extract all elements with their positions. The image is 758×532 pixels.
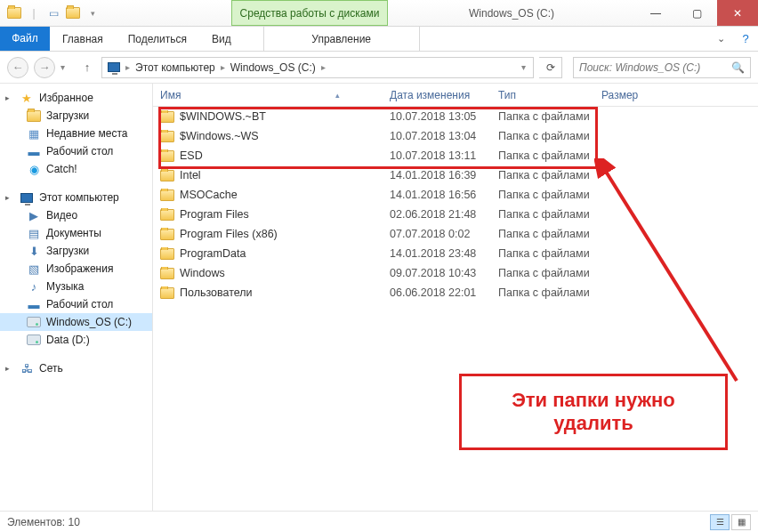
up-button[interactable]: ↑: [78, 59, 96, 77]
table-row[interactable]: Intel14.01.2018 16:39Папка с файлами: [153, 165, 758, 185]
nav-favorites[interactable]: ▸★Избранное: [0, 89, 152, 107]
quick-access-toolbar: | ▭ ▾: [0, 0, 107, 26]
nav-music[interactable]: ♪Музыка: [0, 278, 152, 295]
file-name: Program Files (x86): [180, 228, 278, 240]
file-date: 09.07.2018 10:43: [383, 267, 491, 279]
table-row[interactable]: ProgramData14.01.2018 23:48Папка с файла…: [153, 244, 758, 263]
search-icon[interactable]: 🔍: [731, 61, 745, 74]
new-folder-icon[interactable]: [66, 6, 80, 20]
nav-drive-d[interactable]: Data (D:): [0, 331, 152, 349]
table-row[interactable]: Program Files02.06.2018 21:48Папка с фай…: [153, 205, 758, 224]
nav-drive-c[interactable]: Windows_OS (C:): [0, 313, 152, 331]
file-date: 14.01.2018 23:48: [383, 247, 491, 260]
nav-documents[interactable]: ▤Документы: [0, 224, 152, 242]
folder-icon: [160, 111, 174, 123]
window-title: Windows_OS (C:): [388, 0, 635, 26]
file-name: Windows: [180, 267, 225, 279]
folder-icon: [160, 131, 174, 142]
folder-app-icon: [7, 6, 21, 20]
music-icon: ♪: [27, 279, 41, 294]
breadcrumb-pc-icon[interactable]: [106, 62, 122, 72]
file-date: 14.01.2018 16:39: [383, 169, 491, 181]
col-date[interactable]: Дата изменения: [383, 89, 491, 101]
forward-button[interactable]: →: [34, 57, 55, 78]
drive-icon: [27, 333, 41, 347]
nav-downloads2[interactable]: ⬇Загрузки: [0, 242, 152, 260]
file-menu[interactable]: Файл: [0, 27, 50, 51]
col-size[interactable]: Размер: [594, 89, 758, 101]
nav-pictures[interactable]: ▧Изображения: [0, 260, 152, 278]
table-row[interactable]: ESD10.07.2018 13:11Папка с файлами: [153, 146, 758, 165]
nav-desktop[interactable]: ▬Рабочий стол: [0, 142, 152, 160]
file-type: Папка с файлами: [491, 267, 594, 279]
table-row[interactable]: Пользователи06.06.2018 22:01Папка с файл…: [153, 283, 758, 302]
annotation-caption: Эти папки нужно удалить: [459, 374, 728, 450]
nav-catch[interactable]: ◉Catch!: [0, 160, 152, 178]
breadcrumb-current[interactable]: Windows_OS (C:): [229, 61, 318, 74]
folder-icon: [160, 209, 174, 221]
search-input[interactable]: [579, 61, 731, 74]
breadcrumb-sep-icon[interactable]: ▸: [217, 62, 229, 72]
col-name[interactable]: Имя▴: [153, 89, 383, 101]
ribbon-tabs: Файл Главная Поделиться Вид Управление ⌄…: [0, 27, 758, 52]
minimize-button[interactable]: —: [635, 0, 676, 26]
file-name: ProgramData: [180, 247, 246, 260]
breadcrumb-dropdown-icon[interactable]: ▾: [518, 62, 529, 72]
help-icon[interactable]: ?: [733, 27, 758, 51]
nav-downloads[interactable]: Загрузки: [0, 107, 152, 125]
breadcrumb[interactable]: ▸ Этот компьютер ▸ Windows_OS (C:) ▸ ▾: [101, 57, 534, 78]
video-icon: ▶: [27, 208, 41, 222]
star-icon: ★: [20, 91, 34, 105]
ribbon-expand-icon[interactable]: ⌄: [708, 27, 733, 51]
view-large-icons-button[interactable]: ▦: [731, 514, 751, 530]
close-button[interactable]: ✕: [717, 0, 758, 26]
file-name: Intel: [180, 169, 201, 181]
maximize-button[interactable]: ▢: [676, 0, 717, 26]
col-type[interactable]: Тип: [491, 89, 594, 101]
file-type: Папка с файлами: [491, 247, 594, 260]
table-row[interactable]: MSOCache14.01.2018 16:56Папка с файлами: [153, 185, 758, 205]
file-date: 07.07.2018 0:02: [383, 228, 491, 240]
qat-dropdown-icon[interactable]: ▾: [85, 6, 100, 20]
refresh-button[interactable]: ⟳: [539, 57, 562, 78]
file-type: Папка с файлами: [491, 169, 594, 181]
folder-icon: [160, 189, 174, 201]
file-type: Папка с файлами: [491, 149, 594, 162]
address-bar: ← → ▾ ↑ ▸ Этот компьютер ▸ Windows_OS (C…: [0, 52, 758, 84]
nav-desktop2[interactable]: ▬Рабочий стол: [0, 295, 152, 313]
history-dropdown-icon[interactable]: ▾: [60, 62, 73, 72]
breadcrumb-sep-icon[interactable]: ▸: [318, 62, 329, 72]
search-box[interactable]: 🔍: [573, 57, 751, 78]
folder-icon: [160, 268, 174, 279]
file-name: $Windows.~WS: [180, 130, 259, 142]
drive-icon: [27, 315, 41, 329]
properties-icon[interactable]: ▭: [46, 6, 60, 20]
breadcrumb-sep-icon[interactable]: ▸: [122, 62, 133, 72]
folder-icon: [160, 248, 174, 260]
table-row[interactable]: $WINDOWS.~BT10.07.2018 13:05Папка с файл…: [153, 107, 758, 126]
table-row[interactable]: Windows09.07.2018 10:43Папка с файлами: [153, 263, 758, 283]
tab-share[interactable]: Поделиться: [116, 27, 199, 51]
file-date: 10.07.2018 13:04: [383, 130, 491, 142]
file-name: Program Files: [180, 208, 249, 221]
table-row[interactable]: Program Files (x86)07.07.2018 0:02Папка …: [153, 224, 758, 244]
nav-computer[interactable]: ▸Этот компьютер: [0, 189, 152, 206]
back-button[interactable]: ←: [7, 57, 28, 78]
picture-icon: ▧: [27, 262, 41, 276]
tab-home[interactable]: Главная: [50, 27, 116, 51]
file-date: 02.06.2018 21:48: [383, 208, 491, 221]
nav-recent[interactable]: ▦Недавние места: [0, 125, 152, 142]
status-bar: Элементов: 10 ☰ ▦: [0, 511, 758, 532]
view-details-button[interactable]: ☰: [710, 514, 730, 530]
tab-manage[interactable]: Управление: [263, 27, 420, 51]
tab-view[interactable]: Вид: [199, 27, 244, 51]
table-row[interactable]: $Windows.~WS10.07.2018 13:04Папка с файл…: [153, 126, 758, 146]
nav-network[interactable]: ▸🖧Сеть: [0, 359, 152, 377]
breadcrumb-root[interactable]: Этот компьютер: [133, 61, 217, 74]
folder-icon: [160, 229, 174, 240]
file-name: Пользователи: [180, 286, 253, 299]
network-icon: 🖧: [20, 361, 34, 375]
titlebar: | ▭ ▾ Средства работы с дисками Windows_…: [0, 0, 758, 27]
nav-videos[interactable]: ▶Видео: [0, 206, 152, 224]
file-name: $WINDOWS.~BT: [180, 110, 266, 123]
